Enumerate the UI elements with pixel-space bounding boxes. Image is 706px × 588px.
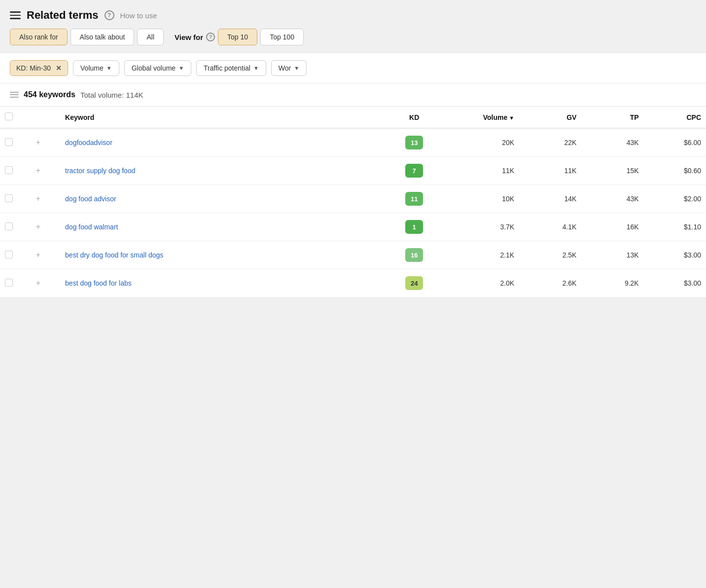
select-all-header <box>0 107 28 128</box>
keywords-count: 454 keywords <box>24 90 75 99</box>
chevron-down-icon: ▼ <box>253 65 259 71</box>
kd-badge: 11 <box>405 192 423 206</box>
chevron-down-icon: ▼ <box>178 65 184 71</box>
menu-icon[interactable] <box>10 11 21 19</box>
keywords-table: Keyword KD Volume GV TP CPC + dogfoodadv… <box>0 107 706 297</box>
kd-col-header: KD <box>387 107 441 128</box>
keyword-link[interactable]: best dog food for labs <box>65 279 132 287</box>
row-add-cell: + <box>28 185 60 213</box>
header: Related terms ? How to use <box>0 0 706 29</box>
cpc-cell: $0.60 <box>644 157 706 185</box>
kd-badge: 7 <box>405 164 423 178</box>
tp-cell: 43K <box>581 128 643 157</box>
tp-col-header: TP <box>581 107 643 128</box>
volume-cell: 20K <box>441 128 519 157</box>
top-100-button[interactable]: Top 100 <box>260 29 304 45</box>
words-dropdown[interactable]: Wor ▼ <box>271 60 307 76</box>
page-title: Related terms <box>27 9 99 22</box>
cpc-cell: $3.00 <box>644 269 706 297</box>
tab-also-rank-for[interactable]: Also rank for <box>10 29 68 45</box>
row-add-cell: + <box>28 157 60 185</box>
keyword-col-header: Keyword <box>60 107 387 128</box>
kd-filter-chip: KD: Min-30 ✕ <box>10 60 68 76</box>
keyword-cell: dogfoodadvisor <box>60 128 387 157</box>
row-checkbox-cell <box>0 185 28 213</box>
row-checkbox-cell <box>0 241 28 269</box>
keyword-link[interactable]: dog food advisor <box>65 195 116 203</box>
tp-cell: 43K <box>581 185 643 213</box>
cpc-cell: $1.10 <box>644 213 706 241</box>
keyword-link[interactable]: best dry dog food for small dogs <box>65 251 163 259</box>
tab-also-talk-about[interactable]: Also talk about <box>71 29 135 45</box>
volume-cell: 11K <box>441 157 519 185</box>
tp-cell: 16K <box>581 213 643 241</box>
keyword-link[interactable]: tractor supply dog food <box>65 167 135 175</box>
volume-dropdown[interactable]: Volume ▼ <box>73 60 119 76</box>
row-checkbox-cell <box>0 128 28 157</box>
row-checkbox[interactable] <box>5 194 13 202</box>
row-add-cell: + <box>28 241 60 269</box>
traffic-potential-dropdown[interactable]: Traffic potential ▼ <box>196 60 266 76</box>
gv-cell: 2.6K <box>519 269 581 297</box>
global-volume-dropdown[interactable]: Global volume ▼ <box>124 60 191 76</box>
volume-col-header[interactable]: Volume <box>441 107 519 128</box>
kd-cell: 24 <box>387 269 441 297</box>
row-add-cell: + <box>28 128 60 157</box>
view-for-label: View for <box>175 33 203 41</box>
table-row: + dogfoodadvisor 13 20K 22K 43K $6.00 <box>0 128 706 157</box>
table-row: + dog food advisor 11 10K 14K 43K $2.00 <box>0 185 706 213</box>
add-keyword-icon[interactable]: + <box>33 222 43 231</box>
chevron-down-icon: ▼ <box>106 65 112 71</box>
volume-cell: 2.1K <box>441 241 519 269</box>
keyword-cell: tractor supply dog food <box>60 157 387 185</box>
tab-all[interactable]: All <box>137 29 164 45</box>
row-checkbox-cell <box>0 157 28 185</box>
kd-cell: 16 <box>387 241 441 269</box>
add-keyword-icon[interactable]: + <box>33 166 43 175</box>
row-add-cell: + <box>28 269 60 297</box>
cpc-col-header: CPC <box>644 107 706 128</box>
table-row: + dog food walmart 1 3.7K 4.1K 16K $1.10 <box>0 213 706 241</box>
add-keyword-icon[interactable]: + <box>33 138 43 147</box>
kd-filter-label: KD: Min-30 <box>16 64 51 72</box>
kd-filter-close[interactable]: ✕ <box>56 64 62 72</box>
filter-bar-tabs: Also rank for Also talk about All View f… <box>0 29 706 53</box>
how-to-use-link[interactable]: How to use <box>120 11 157 20</box>
kd-badge: 1 <box>405 220 423 234</box>
add-keyword-icon[interactable]: + <box>33 194 43 203</box>
table-row: + tractor supply dog food 7 11K 11K 15K … <box>0 157 706 185</box>
cpc-cell: $2.00 <box>644 185 706 213</box>
row-add-cell: + <box>28 213 60 241</box>
row-checkbox[interactable] <box>5 166 13 174</box>
keyword-cell: dog food advisor <box>60 185 387 213</box>
select-all-checkbox[interactable] <box>5 112 13 120</box>
cpc-cell: $6.00 <box>644 128 706 157</box>
row-checkbox-cell <box>0 213 28 241</box>
kd-badge: 24 <box>405 276 423 290</box>
keyword-cell: best dog food for labs <box>60 269 387 297</box>
gv-cell: 14K <box>519 185 581 213</box>
kd-cell: 13 <box>387 128 441 157</box>
row-checkbox[interactable] <box>5 251 13 258</box>
row-checkbox[interactable] <box>5 138 13 146</box>
add-keyword-icon[interactable]: + <box>33 251 43 259</box>
add-keyword-icon[interactable]: + <box>33 279 43 287</box>
filter-bar-2: KD: Min-30 ✕ Volume ▼ Global volume ▼ Tr… <box>0 53 706 83</box>
row-checkbox[interactable] <box>5 279 13 287</box>
view-for-help-icon[interactable]: ? <box>206 33 215 41</box>
total-volume: Total volume: 114K <box>80 91 143 99</box>
gv-cell: 4.1K <box>519 213 581 241</box>
row-checkbox[interactable] <box>5 222 13 230</box>
top-10-button[interactable]: Top 10 <box>218 29 257 45</box>
table-row: + best dog food for labs 24 2.0K 2.6K 9.… <box>0 269 706 297</box>
filter-list-icon <box>10 92 19 98</box>
summary-bar: 454 keywords Total volume: 114K <box>0 83 706 107</box>
cpc-cell: $3.00 <box>644 241 706 269</box>
keyword-link[interactable]: dog food walmart <box>65 223 118 231</box>
volume-cell: 3.7K <box>441 213 519 241</box>
help-icon[interactable]: ? <box>105 10 114 20</box>
volume-cell: 10K <box>441 185 519 213</box>
gv-cell: 11K <box>519 157 581 185</box>
kd-cell: 11 <box>387 185 441 213</box>
keyword-link[interactable]: dogfoodadvisor <box>65 139 112 147</box>
